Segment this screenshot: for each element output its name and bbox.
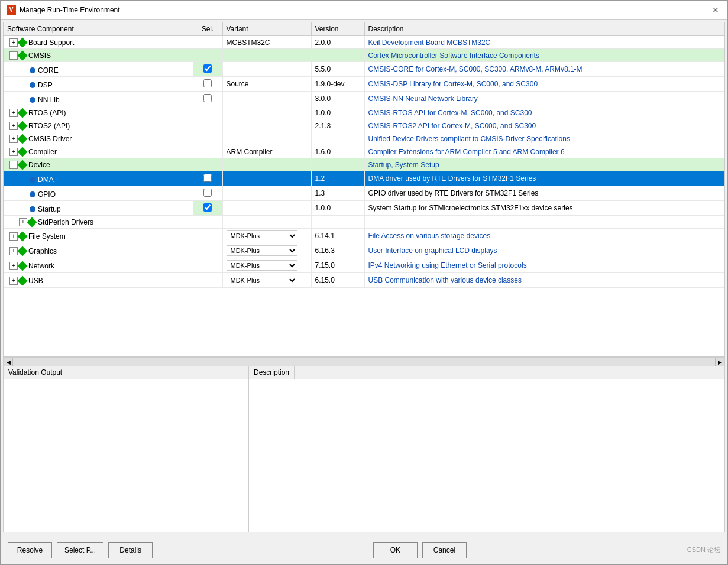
description-link[interactable]: Unified Device Drivers compliant to CMSI… <box>368 135 570 143</box>
description-link[interactable]: CMSIS-DSP Library for Cortex-M, SC000, a… <box>368 80 538 88</box>
expand-icon[interactable]: - <box>9 51 18 60</box>
description-cell[interactable]: CMSIS-CORE for Cortex-M, SC000, SC300, A… <box>364 62 724 77</box>
expand-icon[interactable]: + <box>9 122 18 130</box>
table-row[interactable]: +Board SupportMCBSTM32C2.0.0Keil Develop… <box>4 36 724 49</box>
scroll-right-arrow[interactable]: ▶ <box>715 358 724 367</box>
description-cell[interactable]: Unified Device Drivers compliant to CMSI… <box>364 132 724 145</box>
description-cell[interactable]: Keil Development Board MCBSTM32C <box>364 36 724 49</box>
expand-icon[interactable]: - <box>9 161 18 169</box>
sel-cell[interactable] <box>193 229 222 243</box>
variant-select[interactable]: MDK-Plus <box>227 230 297 241</box>
table-row[interactable]: +StdPeriph Drivers <box>4 216 724 229</box>
variant-cell[interactable]: MDK-Plus <box>222 229 311 243</box>
table-row[interactable]: CORE5.5.0CMSIS-CORE for Cortex-M, SC000,… <box>4 62 724 77</box>
sel-cell[interactable] <box>193 106 222 119</box>
component-checkbox[interactable] <box>203 79 212 87</box>
table-row[interactable]: +RTOS2 (API)2.1.3CMSIS-RTOS2 API for Cor… <box>4 119 724 132</box>
component-checkbox[interactable] <box>203 94 212 102</box>
expand-icon[interactable]: + <box>9 135 18 143</box>
expand-icon[interactable]: + <box>9 262 18 270</box>
expand-icon[interactable]: + <box>9 38 18 47</box>
description-cell[interactable]: CMSIS-NN Neural Network Library <box>364 92 724 106</box>
details-button[interactable]: Details <box>108 542 153 558</box>
description-link[interactable]: Startup, System Setup <box>368 161 439 169</box>
table-row[interactable]: +USBMDK-Plus6.15.0USB Communication with… <box>4 273 724 288</box>
sel-cell[interactable] <box>193 171 222 186</box>
component-checkbox[interactable] <box>203 64 212 73</box>
description-cell[interactable]: Compiler Extensions for ARM Compiler 5 a… <box>364 145 724 158</box>
variant-cell[interactable]: MDK-Plus <box>222 243 311 258</box>
sel-cell[interactable] <box>193 273 222 288</box>
sel-cell[interactable] <box>193 36 222 49</box>
table-row[interactable]: Startup1.0.0System Startup for STMicroel… <box>4 201 724 216</box>
table-row[interactable]: +RTOS (API)1.0.0CMSIS-RTOS API for Corte… <box>4 106 724 119</box>
description-link[interactable]: Cortex Microcontroller Software Interfac… <box>368 51 539 60</box>
scroll-left-arrow[interactable]: ◀ <box>4 358 13 367</box>
description-cell[interactable]: USB Communication with various device cl… <box>364 273 724 288</box>
expand-icon[interactable]: + <box>9 109 18 117</box>
description-cell[interactable]: CMSIS-DSP Library for Cortex-M, SC000, a… <box>364 77 724 92</box>
table-row[interactable]: NN Lib3.0.0CMSIS-NN Neural Network Libra… <box>4 92 724 106</box>
sel-cell[interactable] <box>193 186 222 201</box>
sel-cell[interactable] <box>193 216 222 229</box>
sel-cell[interactable] <box>193 132 222 145</box>
expand-icon[interactable]: + <box>9 148 18 156</box>
description-cell[interactable]: Startup, System Setup <box>364 158 724 171</box>
description-link[interactable]: CMSIS-RTOS API for Cortex-M, SC000, and … <box>368 109 532 117</box>
sel-cell[interactable] <box>193 258 222 273</box>
table-row[interactable]: -DeviceStartup, System Setup <box>4 158 724 171</box>
table-row[interactable]: DSPSource1.9.0-devCMSIS-DSP Library for … <box>4 77 724 92</box>
resolve-button[interactable]: Resolve <box>8 542 52 558</box>
component-checkbox[interactable] <box>203 174 212 182</box>
description-cell[interactable]: CMSIS-RTOS2 API for Cortex-M, SC000, and… <box>364 119 724 132</box>
expand-icon[interactable]: + <box>9 247 18 255</box>
sel-cell[interactable] <box>193 77 222 92</box>
sel-cell[interactable] <box>193 62 222 77</box>
table-row[interactable]: DMA1.2DMA driver used by RTE Drivers for… <box>4 171 724 186</box>
description-link[interactable]: File Access on various storage devices <box>368 232 491 240</box>
table-row[interactable]: +NetworkMDK-Plus7.15.0IPv4 Networking us… <box>4 258 724 273</box>
sel-cell[interactable] <box>193 92 222 106</box>
description-link[interactable]: CMSIS-NN Neural Network Library <box>368 95 478 103</box>
select-button[interactable]: Select P... <box>57 542 103 558</box>
description-link[interactable]: IPv4 Networking using Ethernet or Serial… <box>368 261 527 269</box>
description-link[interactable]: Keil Development Board MCBSTM32C <box>368 38 491 47</box>
table-row[interactable]: GPIO1.3GPIO driver used by RTE Drivers f… <box>4 186 724 201</box>
description-cell[interactable]: IPv4 Networking using Ethernet or Serial… <box>364 258 724 273</box>
variant-cell[interactable]: MDK-Plus <box>222 273 311 288</box>
table-row[interactable]: -CMSISCortex Microcontroller Software In… <box>4 49 724 62</box>
description-link[interactable]: CMSIS-CORE for Cortex-M, SC000, SC300, A… <box>368 65 583 73</box>
cancel-button[interactable]: Cancel <box>422 542 467 558</box>
table-row[interactable]: +File SystemMDK-Plus6.14.1File Access on… <box>4 229 724 243</box>
description-link[interactable]: Compiler Extensions for ARM Compiler 5 a… <box>368 148 565 156</box>
description-link[interactable]: User Interface on graphical LCD displays <box>368 246 497 255</box>
variant-select[interactable]: MDK-Plus <box>227 260 297 271</box>
table-row[interactable]: +GraphicsMDK-Plus6.16.3User Interface on… <box>4 243 724 258</box>
sel-cell[interactable] <box>193 49 222 62</box>
close-button[interactable]: ✕ <box>710 4 721 16</box>
variant-select[interactable]: MDK-Plus <box>227 275 297 285</box>
component-checkbox[interactable] <box>203 189 212 197</box>
description-cell[interactable]: Cortex Microcontroller Software Interfac… <box>364 49 724 62</box>
description-cell[interactable]: User Interface on graphical LCD displays <box>364 243 724 258</box>
expand-icon[interactable]: + <box>19 218 27 226</box>
table-row[interactable]: +CompilerARM Compiler1.6.0Compiler Exten… <box>4 145 724 158</box>
description-cell[interactable]: CMSIS-RTOS API for Cortex-M, SC000, and … <box>364 106 724 119</box>
sel-cell[interactable] <box>193 201 222 216</box>
sel-cell[interactable] <box>193 243 222 258</box>
expand-icon[interactable]: + <box>9 232 18 241</box>
description-link[interactable]: CMSIS-RTOS2 API for Cortex-M, SC000, and… <box>368 122 536 130</box>
expand-icon[interactable]: + <box>9 277 18 285</box>
table-row[interactable]: +CMSIS DriverUnified Device Drivers comp… <box>4 132 724 145</box>
sel-cell[interactable] <box>193 145 222 158</box>
ok-button[interactable]: OK <box>373 542 418 558</box>
sel-cell[interactable] <box>193 158 222 171</box>
scroll-track[interactable] <box>13 358 715 367</box>
variant-select[interactable]: MDK-Plus <box>227 245 297 256</box>
variant-cell[interactable]: MDK-Plus <box>222 258 311 273</box>
horizontal-scrollbar[interactable]: ◀ ▶ <box>4 357 724 366</box>
component-checkbox[interactable] <box>203 203 212 212</box>
description-cell[interactable]: File Access on various storage devices <box>364 229 724 243</box>
sel-cell[interactable] <box>193 119 222 132</box>
description-link[interactable]: USB Communication with various device cl… <box>368 276 522 284</box>
